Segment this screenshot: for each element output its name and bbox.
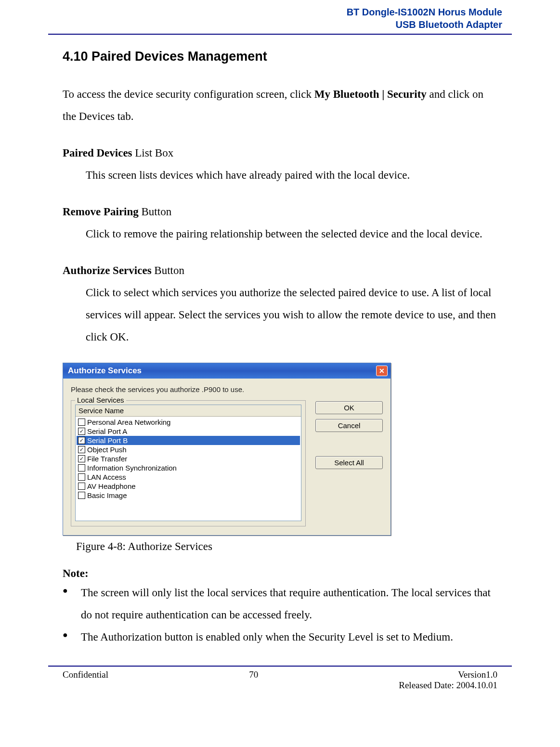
checkbox-icon[interactable] [78, 483, 85, 490]
paired-devices-desc: This screen lists devices which have alr… [63, 164, 497, 186]
intro-paragraph: To access the device security configurat… [63, 83, 497, 128]
intro-bold: My Bluetooth | Security [314, 88, 427, 100]
checkbox-icon[interactable]: ✓ [78, 437, 85, 444]
checkbox-icon[interactable]: ✓ [78, 455, 85, 462]
auth-rest: Button [152, 264, 184, 276]
checkbox-icon[interactable]: ✓ [78, 446, 85, 453]
close-button[interactable]: ✕ [376, 366, 388, 376]
note-item: The Authorization button is enabled only… [63, 626, 497, 648]
select-all-button[interactable]: Select All [315, 456, 383, 469]
service-list-item[interactable]: AV Headphone [77, 482, 300, 491]
header-line-1: BT Dongle-IS1002N Horus Module [48, 6, 502, 18]
authorize-services-desc: Click to select which services you autho… [63, 282, 497, 348]
checkbox-icon[interactable] [78, 473, 85, 481]
dialog-titlebar: Authorize Services ✕ [63, 363, 391, 379]
close-icon: ✕ [379, 367, 385, 375]
service-list-item[interactable]: ✓Object Push [77, 445, 300, 454]
checkbox-icon[interactable] [78, 419, 85, 426]
intro-pre: To access the device security configurat… [63, 88, 314, 100]
paired-rest: List Box [132, 147, 174, 159]
service-item-label: Serial Port A [87, 427, 127, 435]
page-header: BT Dongle-IS1002N Horus Module USB Bluet… [48, 0, 512, 31]
section-title: 4.10 Paired Devices Management [63, 49, 497, 64]
note-item: The screen will only list the local serv… [63, 582, 497, 626]
service-item-label: Serial Port B [87, 436, 128, 445]
footer-left: Confidential [63, 669, 108, 691]
list-header: Service Name [76, 405, 301, 417]
checkbox-icon[interactable]: ✓ [78, 428, 85, 435]
paired-bold: Paired Devices [63, 147, 132, 159]
remove-pairing-term: Remove Pairing Button [63, 201, 497, 223]
footer-page-number: 70 [108, 669, 399, 691]
remove-pairing-desc: Click to remove the pairing relationship… [63, 223, 497, 245]
service-listbox[interactable]: Service Name Personal Area Networking✓Se… [75, 405, 301, 521]
notes-list: The screen will only list the local serv… [63, 582, 497, 648]
header-line-2: USB Bluetooth Adapter [48, 18, 502, 31]
page-footer: Confidential 70 Version1.0 Released Date… [48, 669, 512, 698]
service-list-item[interactable]: Personal Area Networking [77, 418, 300, 427]
header-rule [48, 34, 512, 35]
group-label: Local Services [75, 396, 126, 404]
auth-bold: Authorize Services [63, 264, 152, 276]
authorize-services-dialog: Authorize Services ✕ Please check the se… [63, 363, 391, 536]
footer-rule [48, 666, 512, 667]
note-label: Note: [63, 567, 497, 580]
service-list-item[interactable]: ✓Serial Port A [77, 427, 300, 436]
checkbox-icon[interactable] [78, 464, 85, 472]
footer-version: Version1.0 [399, 669, 497, 680]
remove-bold: Remove Pairing [63, 206, 139, 218]
checkbox-icon[interactable] [78, 492, 85, 499]
figure-caption: Figure 4-8: Authorize Services [76, 540, 497, 553]
figure-authorize-services: Authorize Services ✕ Please check the se… [63, 363, 497, 536]
service-item-label: Personal Area Networking [87, 418, 170, 426]
paired-devices-term: Paired Devices List Box [63, 142, 497, 164]
service-list-item[interactable]: ✓Serial Port B [77, 436, 300, 445]
service-item-label: File Transfer [87, 455, 127, 463]
service-item-label: Object Push [87, 446, 127, 454]
ok-button[interactable]: OK [315, 401, 383, 414]
service-list-item[interactable]: Basic Image [77, 491, 300, 500]
service-list-item[interactable]: Information Synchronization [77, 463, 300, 472]
remove-rest: Button [139, 206, 171, 218]
service-item-label: Information Synchronization [87, 464, 177, 472]
service-item-label: AV Headphone [87, 482, 136, 490]
service-item-label: Basic Image [87, 491, 127, 499]
dialog-title: Authorize Services [68, 366, 142, 376]
footer-date: Released Date: 2004.10.01 [399, 680, 497, 691]
authorize-services-term: Authorize Services Button [63, 260, 497, 282]
local-services-group: Local Services Service Name Personal Are… [71, 400, 306, 526]
service-list-item[interactable]: ✓File Transfer [77, 454, 300, 463]
cancel-button[interactable]: Cancel [315, 419, 383, 432]
service-item-label: LAN Access [87, 473, 126, 481]
dialog-prompt: Please check the services you authorize … [71, 385, 383, 393]
service-list-item[interactable]: LAN Access [77, 472, 300, 482]
